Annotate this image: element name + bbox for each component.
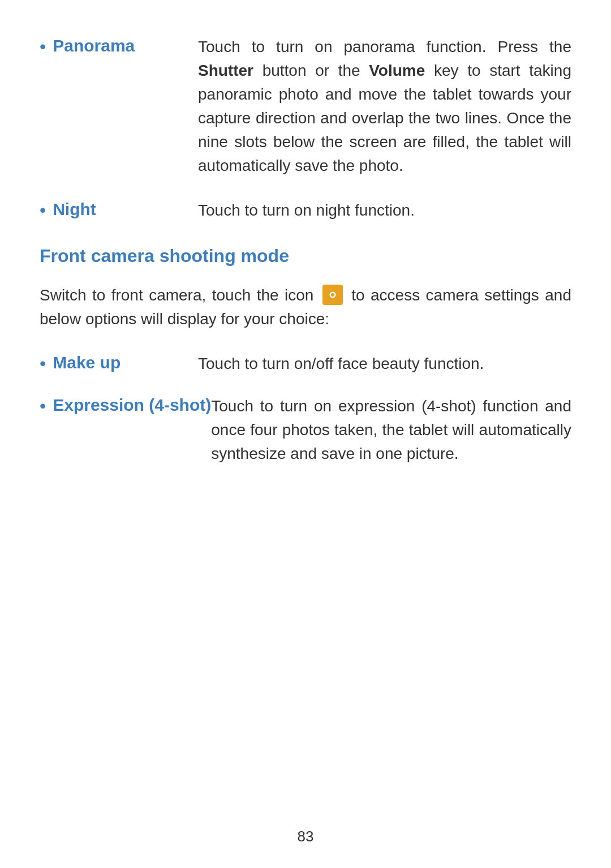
gear-icon [322, 284, 343, 306]
makeup-term: • Make up [40, 351, 198, 376]
page-content: • Panorama Touch to turn on panorama fun… [0, 0, 611, 528]
expression-description: Touch to turn on expression (4-shot) fun… [211, 393, 571, 466]
front-camera-heading: Front camera shooting mode [40, 246, 571, 267]
front-camera-intro: Switch to front camera, touch the icon t… [40, 283, 571, 331]
volume-bold: Volume [369, 62, 425, 79]
night-description: Touch to turn on night function. [198, 197, 571, 222]
panorama-bullet-dot: • [40, 34, 46, 59]
expression-term: • Expression (4-shot) [40, 393, 211, 419]
panorama-section: • Panorama Touch to turn on panorama fun… [40, 34, 571, 178]
night-section: • Night Touch to turn on night function. [40, 197, 571, 223]
night-label: Night [53, 197, 96, 221]
expression-label: Expression (4-shot) [53, 393, 211, 417]
panorama-label: Panorama [53, 34, 135, 58]
svg-point-3 [331, 293, 334, 297]
expression-bullet-dot: • [40, 393, 46, 419]
page-number: 83 [298, 828, 314, 845]
intro-before-icon: Switch to front camera, touch the icon [40, 286, 320, 304]
panorama-term: • Panorama [40, 34, 198, 59]
panorama-description: Touch to turn on panorama function. Pres… [198, 34, 571, 178]
makeup-bullet-dot: • [40, 351, 46, 376]
makeup-description: Touch to turn on/off face beauty functio… [198, 351, 571, 376]
makeup-section: • Make up Touch to turn on/off face beau… [40, 351, 571, 376]
night-term: • Night [40, 197, 198, 223]
panorama-desc-part2: button or the [253, 62, 369, 79]
makeup-label: Make up [53, 351, 121, 375]
shutter-bold: Shutter [198, 62, 253, 79]
night-bullet-dot: • [40, 197, 46, 223]
panorama-desc-part1: Touch to turn on panorama function. Pres… [198, 38, 571, 55]
expression-section: • Expression (4-shot) Touch to turn on e… [40, 393, 571, 466]
